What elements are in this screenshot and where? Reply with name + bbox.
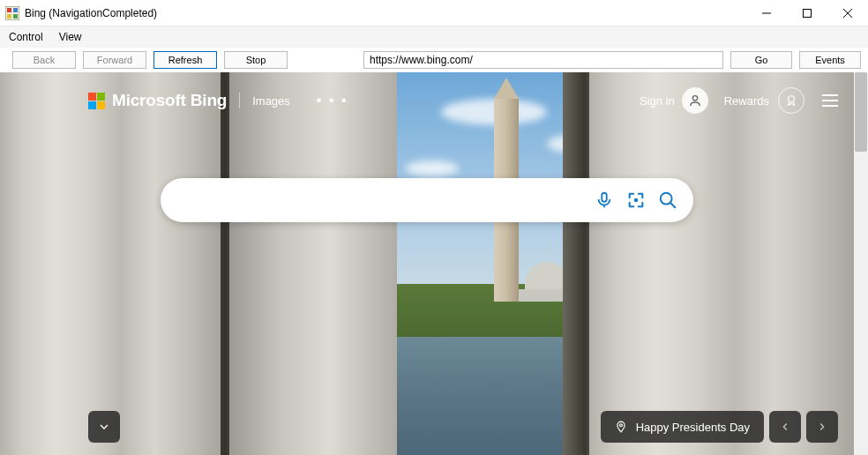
svg-rect-4 — [13, 14, 18, 19]
rewards-badge-button[interactable] — [778, 87, 804, 114]
image-search-button[interactable] — [626, 190, 646, 210]
scroll-down-button[interactable] — [88, 411, 120, 443]
location-pin-icon — [615, 421, 627, 433]
microsoft-logo-icon — [88, 93, 105, 109]
close-button[interactable] — [827, 0, 868, 26]
svg-rect-2 — [13, 8, 18, 12]
menu-view[interactable]: View — [59, 31, 82, 43]
refresh-button[interactable]: Refresh — [153, 51, 217, 69]
menu-control[interactable]: Control — [9, 31, 43, 43]
medal-icon — [785, 94, 797, 107]
divider — [239, 93, 240, 108]
vertical-scrollbar[interactable] — [854, 72, 868, 455]
toolbar: Back Forward Refresh Stop Go Events — [0, 48, 868, 72]
search-icon — [658, 190, 677, 210]
svg-point-12 — [634, 198, 639, 203]
search-box — [161, 178, 693, 222]
events-button[interactable]: Events — [799, 51, 861, 69]
svg-point-15 — [619, 424, 622, 427]
search-button[interactable] — [658, 190, 677, 210]
sign-in-link[interactable]: Sign in — [640, 94, 675, 108]
person-icon — [688, 93, 702, 108]
more-menu-icon[interactable]: • • • — [317, 93, 348, 108]
chevron-down-icon — [97, 420, 111, 434]
back-button[interactable]: Back — [12, 51, 76, 69]
chevron-left-icon — [779, 421, 791, 433]
background-image — [0, 72, 854, 455]
menu-bar: Control View — [0, 26, 868, 48]
next-image-button[interactable] — [806, 411, 838, 443]
app-icon — [5, 6, 19, 20]
hamburger-menu-button[interactable] — [822, 94, 838, 107]
bing-brand[interactable]: Microsoft Bing — [112, 91, 227, 110]
svg-point-9 — [692, 96, 697, 101]
stop-button[interactable]: Stop — [224, 51, 288, 69]
window-title: Bing (NavigationCompleted) — [25, 7, 746, 19]
url-input[interactable] — [363, 51, 723, 69]
image-caption-text: Happy Presidents Day — [636, 421, 750, 434]
chevron-right-icon — [816, 421, 828, 433]
scrollbar-thumb[interactable] — [855, 72, 867, 152]
avatar-button[interactable] — [682, 87, 708, 114]
search-input[interactable] — [176, 192, 582, 208]
window-titlebar: Bing (NavigationCompleted) — [0, 0, 868, 26]
go-button[interactable]: Go — [730, 51, 792, 69]
image-search-icon — [626, 190, 646, 210]
microphone-icon — [595, 190, 614, 210]
image-caption-pill[interactable]: Happy Presidents Day — [601, 411, 764, 443]
svg-line-14 — [670, 203, 676, 208]
images-link[interactable]: Images — [252, 94, 290, 108]
svg-rect-3 — [7, 14, 11, 19]
svg-rect-1 — [7, 8, 11, 12]
rewards-link[interactable]: Rewards — [724, 94, 769, 108]
forward-button[interactable]: Forward — [83, 51, 146, 69]
bing-header: Microsoft Bing Images • • • Sign in Rewa… — [0, 83, 854, 118]
browser-viewport: Microsoft Bing Images • • • Sign in Rewa… — [0, 72, 868, 455]
svg-rect-6 — [804, 9, 812, 17]
svg-rect-11 — [602, 193, 607, 202]
minimize-button[interactable] — [746, 0, 787, 26]
svg-point-10 — [789, 96, 795, 102]
voice-search-button[interactable] — [595, 190, 614, 210]
maximize-button[interactable] — [787, 0, 827, 26]
previous-image-button[interactable] — [769, 411, 801, 443]
